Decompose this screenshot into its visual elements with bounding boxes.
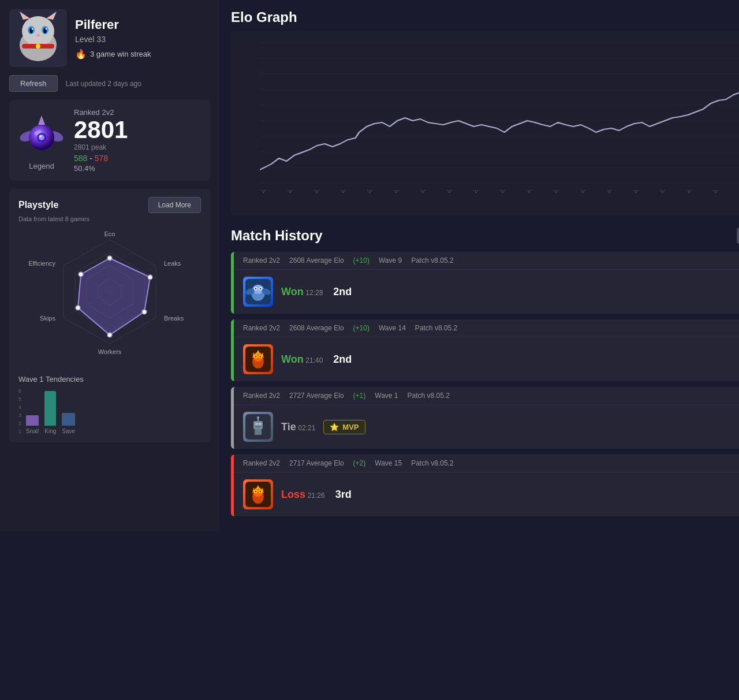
match-place-2: 2nd [333,353,352,366]
match-history-title: Match History [231,228,323,244]
svg-rect-86 [255,423,258,425]
svg-text:Eco: Eco [104,230,115,237]
svg-rect-88 [255,426,261,427]
wave-tendencies: Wave 1 Tendencies 6 5 4 3 2 1 Snail [18,375,201,434]
mvp-badge: ⭐ MVP [323,420,365,434]
load-more-button[interactable]: Load More [148,197,201,213]
match-elo-4: 2717 Average Elo [289,459,344,467]
profile-info: Pilferer Level 33 🔥 3 game win streak [75,17,151,59]
rank-record: 588 - 578 [74,154,108,163]
bar-snail [26,415,39,426]
match-card-1[interactable]: Ranked 2v2 2608 Average Elo (+10) Wave 9… [231,252,739,314]
avatar-image [9,9,67,67]
match-wave-3: Wave 1 [375,392,398,400]
match-card-2[interactable]: Ranked 2v2 2608 Average Elo (+10) Wave 1… [231,319,739,381]
bar-king [44,391,56,426]
match-type-4: Ranked 2v2 [243,459,280,467]
match-type-3: Ranked 2v2 [243,392,280,400]
match-patch-2: Patch v8.05.2 [415,324,457,332]
rank-type: Ranked 2v2 [74,108,114,117]
fire-icon: 🔥 [75,49,87,59]
bar-group-save: Save [62,413,75,434]
svg-point-32 [107,256,112,260]
svg-point-12 [46,28,47,30]
losses-count: 578 [95,154,108,163]
profile-section: Pilferer Level 33 🔥 3 game win streak [9,9,210,67]
bar-group-king: King [44,391,56,434]
win-streak-text: 3 game win streak [90,50,151,58]
playstyle-subtitle: Data from latest 8 games [18,215,201,222]
svg-point-71 [255,288,257,290]
match-result-4: Loss 21:26 [281,489,325,501]
match-card-3[interactable]: Ranked 2v2 2727 Average Elo (+1) Wave 1 … [231,387,739,449]
left-panel: Pilferer Level 33 🔥 3 game win streak Re… [0,0,219,531]
elo-change-2: (+10) [353,324,370,332]
refresh-button[interactable]: Refresh [9,75,58,92]
svg-point-22 [39,135,44,140]
svg-point-72 [260,288,262,290]
refresh-section: Refresh Last updated 2 days ago [9,75,210,92]
match-place-1: 2nd [333,286,352,298]
match-history-section: Match History All Ranked Classic Other R… [231,228,739,516]
svg-point-35 [107,333,112,337]
svg-point-37 [79,272,83,277]
match-type-2: Ranked 2v2 [243,324,280,332]
svg-text:Leaks: Leaks [164,260,181,267]
svg-text:Skips: Skips [40,315,55,322]
match-patch-4: Patch v8.05.2 [411,459,453,467]
rank-section: Legend Ranked 2v2 2801 2801 peak 588 - 5… [9,100,210,181]
svg-point-99 [255,491,257,493]
record-dash: - [89,154,95,163]
svg-point-13 [36,34,40,36]
svg-text:Efficiency: Efficiency [28,260,55,267]
bar-axis: 6 5 4 3 2 1 [18,388,21,434]
win-streak: 🔥 3 game win streak [75,49,151,59]
right-panel: Elo Graph 2,900 2,800 2,700 2,600 2,500 … [219,0,739,531]
profile-name: Pilferer [75,17,151,32]
elo-graph-section: Elo Graph 2,900 2,800 2,700 2,600 2,500 … [231,9,739,216]
elo-change-4: (+2) [353,459,366,467]
match-meta-3: Ranked 2v2 2727 Average Elo (+1) Wave 1 … [234,387,739,405]
match-card-4[interactable]: Ranked 2v2 2717 Average Elo (+2) Wave 15… [231,455,739,516]
match-history-header: Match History All Ranked Classic Other [231,228,739,244]
svg-point-100 [260,491,262,493]
wave-tendencies-title: Wave 1 Tendencies [18,375,201,383]
svg-point-82 [260,356,262,358]
winrate: 50.4% [74,164,95,173]
match-meta-4: Ranked 2v2 2717 Average Elo (+2) Wave 15… [234,455,739,472]
rank-peak: 2801 peak [74,143,106,151]
champ-icon-4 [243,479,273,509]
bar-chart: Snail King Save [24,388,77,434]
champ-icon-3 [243,412,273,442]
svg-rect-85 [255,429,262,435]
rank-label: Legend [29,162,54,170]
match-detail-1: Won 12:28 2nd [234,270,739,314]
match-meta-1: Ranked 2v2 2608 Average Elo (+10) Wave 9… [234,252,739,270]
match-wave-2: Wave 14 [379,324,406,332]
svg-rect-87 [259,423,262,425]
playstyle-title: Playstyle [18,200,58,210]
match-elo-2: 2608 Average Elo [289,324,344,332]
svg-text:Breaks: Breaks [164,315,184,322]
filter-all-button[interactable]: All [737,228,739,244]
svg-point-34 [142,310,147,314]
match-patch-3: Patch v8.05.2 [408,392,450,400]
svg-rect-84 [253,421,263,429]
radar-chart: Eco Leaks Breaks Workers Skips Efficienc… [18,228,201,367]
last-updated-text: Last updated 2 days ago [66,80,141,88]
rank-info: Ranked 2v2 2801 2801 peak 588 - 578 50.4… [74,108,128,173]
svg-text:Workers: Workers [98,348,122,355]
match-wave-1: Wave 9 [379,256,402,265]
filter-buttons: All Ranked Classic Other [737,228,739,244]
champ-icon-2 [243,344,273,374]
champ-icon-1 [243,277,273,307]
bar-chart-container: 6 5 4 3 2 1 Snail Kin [18,388,201,434]
svg-point-90 [257,416,259,419]
match-patch-1: Patch v8.05.2 [411,256,453,265]
elo-change-1: (+10) [353,256,370,265]
svg-point-23 [39,135,42,137]
match-detail-2: Won 21:40 2nd [234,337,739,381]
svg-point-2 [22,16,54,46]
svg-point-81 [255,356,257,358]
svg-point-11 [32,28,33,30]
